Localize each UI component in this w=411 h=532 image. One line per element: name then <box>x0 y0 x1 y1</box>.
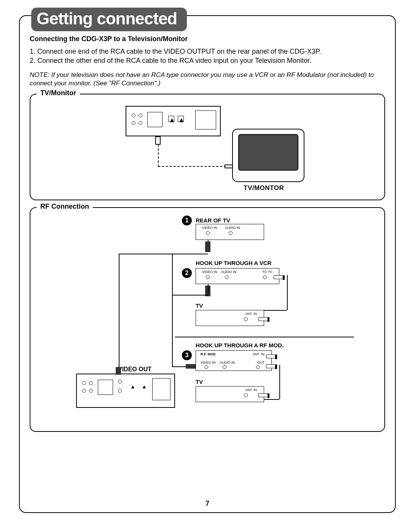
note-text: NOTE: If your television does not have a… <box>30 71 385 88</box>
rfmod-box: R.F. MOD ANT. IN VIDEO IN AUDIO IN OUT <box>196 350 272 371</box>
cdg-unit-rear-icon: ▲ ▲ <box>76 374 175 408</box>
step-badge-3: 3 <box>182 350 192 360</box>
step-list: 1. Connect one end of the RCA cable to t… <box>30 47 385 66</box>
rca-plug-icon <box>116 367 121 375</box>
step-badge-1: 1 <box>182 216 192 225</box>
tv-label-2: TV <box>196 379 203 385</box>
panel-label-tv-monitor: TV/Monitor <box>37 89 80 97</box>
tv-monitor-icon <box>232 129 304 182</box>
tv-monitor-caption: TV/MONTOR <box>244 184 284 192</box>
hookup-vcr-label: HOOK UP THROUGH A VCR <box>196 260 271 266</box>
video-out-label: VIDEO OUT <box>118 366 151 373</box>
cdg-unit-rear-icon: ▲ ▲ <box>126 106 221 136</box>
tv-box-1: ANT. IN <box>196 310 264 326</box>
rf-divider <box>175 337 354 337</box>
rca-plug-icon <box>225 165 233 168</box>
step-badge-2: 2 <box>182 268 192 278</box>
tv-label-1: TV <box>196 302 203 309</box>
vcr-box: VIDEO IN AUDIO IN TO TV <box>196 268 279 284</box>
rca-plug-icon <box>186 364 196 369</box>
rca-plug-icon <box>155 136 161 145</box>
hookup-rfmod-label: HOOK UP THROUGH A RF MOD. <box>196 342 284 348</box>
content-area: Connecting the CDG-X3P to a Television/M… <box>20 16 395 443</box>
diagram-rf-connection: RF Connection 1 REAR OF TV VIDEO IN AUDI… <box>30 207 385 432</box>
subsection-title: Connecting the CDG-X3P to a Television/M… <box>30 35 385 43</box>
page-frame: Getting connected Connecting the CDG-X3P… <box>19 15 396 513</box>
panel-label-rf: RF Connection <box>37 203 93 211</box>
rear-of-tv-box: VIDEO IN AUDIO IN <box>196 224 264 240</box>
tv-box-2: ANT. IN <box>196 386 264 402</box>
rca-plug-icon <box>205 241 210 252</box>
step-2: 2. Connect the other end of the RCA cabl… <box>30 56 385 65</box>
diagram-tv-monitor: TV/Monitor ▲ ▲ TV/MONTOR <box>30 94 385 200</box>
rear-of-tv-label: REAR OF TV <box>196 217 230 224</box>
page-number: 7 <box>20 500 395 508</box>
section-title: Getting connected <box>31 8 187 31</box>
step-1: 1. Connect one end of the RCA cable to t… <box>30 47 385 56</box>
rca-cable-line <box>158 136 234 167</box>
